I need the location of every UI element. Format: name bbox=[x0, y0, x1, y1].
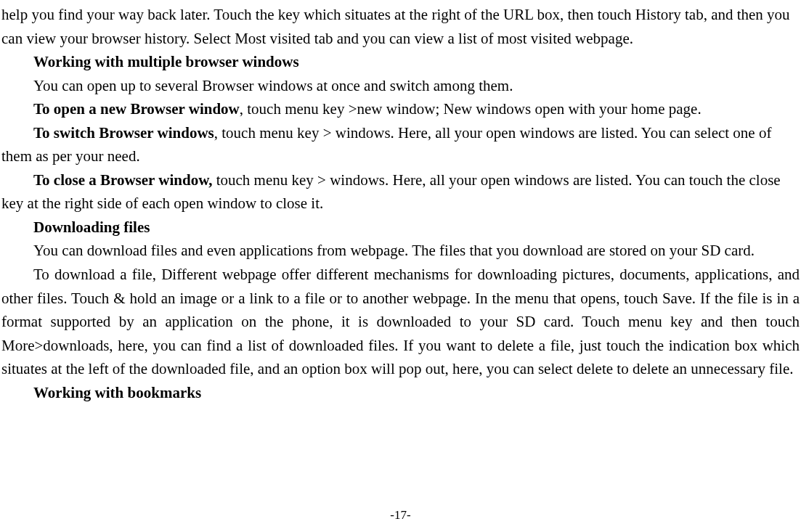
paragraph-close-window: To close a Browser window, touch menu ke… bbox=[1, 168, 800, 216]
paragraph-open-window: To open a new Browser window, touch menu… bbox=[1, 97, 800, 121]
paragraph-switch-windows: To switch Browser windows, touch menu ke… bbox=[1, 121, 800, 168]
bold-switch-windows: To switch Browser windows bbox=[33, 124, 214, 142]
bold-open-window: To open a new Browser window bbox=[33, 100, 240, 118]
document-content: help you find your way back later. Touch… bbox=[1, 3, 800, 404]
heading-multiple-windows: Working with multiple browser windows bbox=[1, 50, 800, 74]
heading-downloading-files: Downloading files bbox=[1, 216, 800, 240]
text-open-window: , touch menu key >new window; New window… bbox=[240, 100, 702, 118]
paragraph-download-intro: You can download files and even applicat… bbox=[1, 239, 800, 263]
paragraph-download-details: To download a file, Different webpage of… bbox=[1, 263, 800, 381]
page-number: -17- bbox=[0, 506, 801, 525]
heading-bookmarks: Working with bookmarks bbox=[1, 381, 800, 405]
bold-close-window: To close a Browser window, bbox=[33, 171, 216, 189]
paragraph-multiple-windows-intro: You can open up to several Browser windo… bbox=[1, 74, 800, 98]
paragraph-history: help you find your way back later. Touch… bbox=[1, 3, 800, 50]
